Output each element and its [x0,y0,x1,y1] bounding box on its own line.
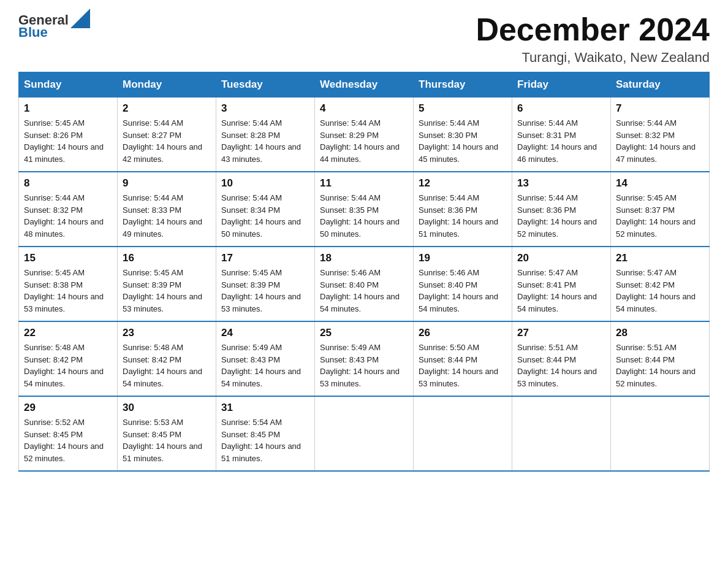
svg-marker-0 [70,9,90,28]
day-number: 19 [419,252,507,264]
table-row: 22Sunrise: 5:48 AMSunset: 8:42 PMDayligh… [19,321,118,396]
day-info: Sunrise: 5:44 AMSunset: 8:34 PMDaylight:… [221,192,309,240]
day-info: Sunrise: 5:44 AMSunset: 8:32 PMDaylight:… [24,192,112,240]
col-thursday: Thursday [414,72,512,98]
day-info: Sunrise: 5:44 AMSunset: 8:28 PMDaylight:… [221,117,309,165]
table-row: 15Sunrise: 5:45 AMSunset: 8:38 PMDayligh… [19,247,118,321]
day-info: Sunrise: 5:46 AMSunset: 8:40 PMDaylight:… [320,267,408,315]
day-number: 21 [616,252,704,264]
table-row: 18Sunrise: 5:46 AMSunset: 8:40 PMDayligh… [315,247,414,321]
day-number: 15 [24,252,112,264]
day-number: 12 [419,177,507,190]
day-info: Sunrise: 5:45 AMSunset: 8:26 PMDaylight:… [24,117,112,165]
day-number: 23 [123,327,211,339]
table-row: 17Sunrise: 5:45 AMSunset: 8:39 PMDayligh… [216,247,315,321]
table-row: 24Sunrise: 5:49 AMSunset: 8:43 PMDayligh… [216,321,315,396]
day-number: 18 [320,252,408,264]
day-number: 24 [221,327,309,339]
table-row [512,396,611,471]
day-number: 31 [221,402,309,414]
day-info: Sunrise: 5:49 AMSunset: 8:43 PMDaylight:… [320,342,408,389]
table-row: 10Sunrise: 5:44 AMSunset: 8:34 PMDayligh… [216,172,315,247]
table-row: 28Sunrise: 5:51 AMSunset: 8:44 PMDayligh… [611,321,710,396]
day-info: Sunrise: 5:48 AMSunset: 8:42 PMDaylight:… [24,342,112,389]
table-row: 1Sunrise: 5:45 AMSunset: 8:26 PMDaylight… [19,98,118,172]
day-number: 3 [221,102,309,115]
table-row: 16Sunrise: 5:45 AMSunset: 8:39 PMDayligh… [118,247,216,321]
day-info: Sunrise: 5:46 AMSunset: 8:40 PMDaylight:… [419,267,507,315]
title-block: December 2024 Turangi, Waikato, New Zeal… [476,12,710,66]
col-wednesday: Wednesday [315,72,414,98]
day-number: 22 [24,327,112,339]
day-number: 1 [24,102,112,115]
day-info: Sunrise: 5:44 AMSunset: 8:31 PMDaylight:… [517,117,605,165]
day-info: Sunrise: 5:52 AMSunset: 8:45 PMDaylight:… [24,416,112,464]
table-row [315,396,414,471]
month-title: December 2024 [476,12,710,47]
table-row: 19Sunrise: 5:46 AMSunset: 8:40 PMDayligh… [414,247,512,321]
table-row: 12Sunrise: 5:44 AMSunset: 8:36 PMDayligh… [414,172,512,247]
day-number: 20 [517,252,605,264]
table-row [611,396,710,471]
day-info: Sunrise: 5:48 AMSunset: 8:42 PMDaylight:… [123,342,211,389]
day-number: 16 [123,252,211,264]
table-row: 7Sunrise: 5:44 AMSunset: 8:32 PMDaylight… [611,98,710,172]
day-info: Sunrise: 5:50 AMSunset: 8:44 PMDaylight:… [419,342,507,389]
table-row: 13Sunrise: 5:44 AMSunset: 8:36 PMDayligh… [512,172,611,247]
calendar-week-row: 22Sunrise: 5:48 AMSunset: 8:42 PMDayligh… [19,321,710,396]
day-number: 7 [616,102,704,115]
col-tuesday: Tuesday [216,72,315,98]
calendar-table: Sunday Monday Tuesday Wednesday Thursday… [18,72,710,472]
day-number: 14 [616,177,704,190]
day-info: Sunrise: 5:44 AMSunset: 8:33 PMDaylight:… [123,192,211,240]
table-row: 11Sunrise: 5:44 AMSunset: 8:35 PMDayligh… [315,172,414,247]
table-row: 20Sunrise: 5:47 AMSunset: 8:41 PMDayligh… [512,247,611,321]
table-row: 29Sunrise: 5:52 AMSunset: 8:45 PMDayligh… [19,396,118,471]
calendar-header-row: Sunday Monday Tuesday Wednesday Thursday… [19,72,710,98]
day-number: 27 [517,327,605,339]
table-row: 30Sunrise: 5:53 AMSunset: 8:45 PMDayligh… [118,396,216,471]
day-number: 30 [123,402,211,414]
day-info: Sunrise: 5:47 AMSunset: 8:42 PMDaylight:… [616,267,704,315]
calendar-week-row: 1Sunrise: 5:45 AMSunset: 8:26 PMDaylight… [19,98,710,172]
logo-blue-text: Blue [18,25,48,40]
col-friday: Friday [512,72,611,98]
day-info: Sunrise: 5:51 AMSunset: 8:44 PMDaylight:… [517,342,605,389]
day-number: 25 [320,327,408,339]
table-row: 23Sunrise: 5:48 AMSunset: 8:42 PMDayligh… [118,321,216,396]
calendar-week-row: 15Sunrise: 5:45 AMSunset: 8:38 PMDayligh… [19,247,710,321]
page-header: General Blue December 2024 Turangi, Waik… [18,12,710,66]
day-info: Sunrise: 5:47 AMSunset: 8:41 PMDaylight:… [517,267,605,315]
table-row: 2Sunrise: 5:44 AMSunset: 8:27 PMDaylight… [118,98,216,172]
day-number: 5 [419,102,507,115]
logo: General Blue [18,12,90,41]
table-row: 9Sunrise: 5:44 AMSunset: 8:33 PMDaylight… [118,172,216,247]
day-info: Sunrise: 5:49 AMSunset: 8:43 PMDaylight:… [221,342,309,389]
day-info: Sunrise: 5:45 AMSunset: 8:39 PMDaylight:… [221,267,309,315]
day-number: 26 [419,327,507,339]
day-info: Sunrise: 5:44 AMSunset: 8:30 PMDaylight:… [419,117,507,165]
day-info: Sunrise: 5:45 AMSunset: 8:38 PMDaylight:… [24,267,112,315]
col-sunday: Sunday [19,72,118,98]
day-info: Sunrise: 5:44 AMSunset: 8:36 PMDaylight:… [419,192,507,240]
day-info: Sunrise: 5:44 AMSunset: 8:29 PMDaylight:… [320,117,408,165]
table-row: 8Sunrise: 5:44 AMSunset: 8:32 PMDaylight… [19,172,118,247]
logo-triangle-icon [70,9,90,28]
calendar-week-row: 8Sunrise: 5:44 AMSunset: 8:32 PMDaylight… [19,172,710,247]
table-row [414,396,512,471]
day-number: 17 [221,252,309,264]
day-info: Sunrise: 5:45 AMSunset: 8:39 PMDaylight:… [123,267,211,315]
day-info: Sunrise: 5:54 AMSunset: 8:45 PMDaylight:… [221,416,309,464]
col-saturday: Saturday [611,72,710,98]
day-info: Sunrise: 5:51 AMSunset: 8:44 PMDaylight:… [616,342,704,389]
day-number: 8 [24,177,112,190]
table-row: 5Sunrise: 5:44 AMSunset: 8:30 PMDaylight… [414,98,512,172]
table-row: 4Sunrise: 5:44 AMSunset: 8:29 PMDaylight… [315,98,414,172]
day-number: 10 [221,177,309,190]
table-row: 21Sunrise: 5:47 AMSunset: 8:42 PMDayligh… [611,247,710,321]
table-row: 6Sunrise: 5:44 AMSunset: 8:31 PMDaylight… [512,98,611,172]
table-row: 27Sunrise: 5:51 AMSunset: 8:44 PMDayligh… [512,321,611,396]
day-number: 9 [123,177,211,190]
day-number: 28 [616,327,704,339]
table-row: 25Sunrise: 5:49 AMSunset: 8:43 PMDayligh… [315,321,414,396]
